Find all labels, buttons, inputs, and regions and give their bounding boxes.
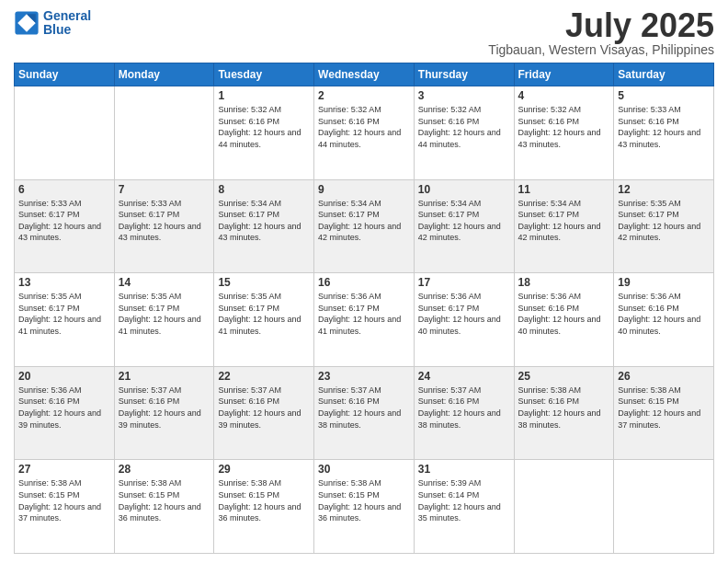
calendar-header-row: Sunday Monday Tuesday Wednesday Thursday…	[15, 63, 714, 86]
logo-icon	[14, 10, 40, 36]
calendar-cell: 31Sunrise: 5:39 AM Sunset: 6:14 PM Dayli…	[414, 460, 514, 554]
day-number: 19	[618, 276, 710, 289]
day-info: Sunrise: 5:32 AM Sunset: 6:16 PM Dayligh…	[218, 104, 310, 150]
day-number: 10	[418, 183, 510, 196]
day-number: 2	[318, 89, 410, 102]
day-number: 18	[518, 276, 610, 289]
day-info: Sunrise: 5:38 AM Sunset: 6:15 PM Dayligh…	[18, 477, 110, 523]
calendar-cell: 14Sunrise: 5:35 AM Sunset: 6:17 PM Dayli…	[114, 273, 214, 367]
day-info: Sunrise: 5:36 AM Sunset: 6:17 PM Dayligh…	[318, 291, 410, 337]
day-info: Sunrise: 5:38 AM Sunset: 6:15 PM Dayligh…	[318, 477, 410, 523]
day-number: 26	[618, 370, 710, 383]
calendar-week-4: 20Sunrise: 5:36 AM Sunset: 6:16 PM Dayli…	[15, 366, 714, 460]
day-info: Sunrise: 5:37 AM Sunset: 6:16 PM Dayligh…	[119, 385, 210, 431]
calendar-cell: 22Sunrise: 5:37 AM Sunset: 6:16 PM Dayli…	[214, 366, 314, 460]
day-info: Sunrise: 5:33 AM Sunset: 6:17 PM Dayligh…	[119, 198, 210, 244]
day-info: Sunrise: 5:32 AM Sunset: 6:16 PM Dayligh…	[318, 104, 410, 150]
day-number: 30	[318, 463, 410, 476]
calendar-cell: 28Sunrise: 5:38 AM Sunset: 6:15 PM Dayli…	[114, 460, 214, 554]
day-info: Sunrise: 5:32 AM Sunset: 6:16 PM Dayligh…	[418, 104, 510, 150]
day-info: Sunrise: 5:36 AM Sunset: 6:16 PM Dayligh…	[18, 385, 110, 431]
calendar-cell: 29Sunrise: 5:38 AM Sunset: 6:15 PM Dayli…	[214, 460, 314, 554]
calendar-cell	[614, 460, 714, 554]
calendar-cell	[514, 460, 614, 554]
header: General Blue July 2025 Tigbauan, Western…	[14, 9, 714, 57]
day-number: 11	[518, 183, 610, 196]
page: General Blue July 2025 Tigbauan, Western…	[0, 0, 728, 563]
day-info: Sunrise: 5:32 AM Sunset: 6:16 PM Dayligh…	[518, 104, 610, 150]
day-number: 3	[418, 89, 510, 102]
day-info: Sunrise: 5:36 AM Sunset: 6:16 PM Dayligh…	[518, 291, 610, 337]
calendar-cell: 8Sunrise: 5:34 AM Sunset: 6:17 PM Daylig…	[214, 179, 314, 273]
day-number: 23	[318, 370, 410, 383]
calendar-week-1: 1Sunrise: 5:32 AM Sunset: 6:16 PM Daylig…	[15, 86, 714, 180]
day-info: Sunrise: 5:34 AM Sunset: 6:17 PM Dayligh…	[318, 198, 410, 244]
day-info: Sunrise: 5:36 AM Sunset: 6:17 PM Dayligh…	[418, 291, 510, 337]
day-info: Sunrise: 5:38 AM Sunset: 6:15 PM Dayligh…	[119, 477, 210, 523]
subtitle: Tigbauan, Western Visayas, Philippines	[488, 42, 714, 57]
day-number: 20	[18, 370, 110, 383]
calendar-cell: 12Sunrise: 5:35 AM Sunset: 6:17 PM Dayli…	[614, 179, 714, 273]
col-thursday: Thursday	[414, 63, 514, 86]
calendar-cell: 18Sunrise: 5:36 AM Sunset: 6:16 PM Dayli…	[514, 273, 614, 367]
calendar-cell: 9Sunrise: 5:34 AM Sunset: 6:17 PM Daylig…	[314, 179, 415, 273]
calendar-cell: 3Sunrise: 5:32 AM Sunset: 6:16 PM Daylig…	[414, 86, 514, 180]
day-info: Sunrise: 5:35 AM Sunset: 6:17 PM Dayligh…	[119, 291, 210, 337]
calendar-cell: 6Sunrise: 5:33 AM Sunset: 6:17 PM Daylig…	[15, 179, 115, 273]
day-number: 27	[18, 463, 110, 476]
calendar-cell: 21Sunrise: 5:37 AM Sunset: 6:16 PM Dayli…	[114, 366, 214, 460]
day-number: 4	[518, 89, 610, 102]
day-info: Sunrise: 5:38 AM Sunset: 6:16 PM Dayligh…	[518, 385, 610, 431]
day-info: Sunrise: 5:34 AM Sunset: 6:17 PM Dayligh…	[418, 198, 510, 244]
day-number: 24	[418, 370, 510, 383]
col-saturday: Saturday	[614, 63, 714, 86]
calendar-cell: 1Sunrise: 5:32 AM Sunset: 6:16 PM Daylig…	[214, 86, 314, 180]
calendar-cell: 26Sunrise: 5:38 AM Sunset: 6:15 PM Dayli…	[614, 366, 714, 460]
calendar-week-3: 13Sunrise: 5:35 AM Sunset: 6:17 PM Dayli…	[15, 273, 714, 367]
calendar-cell: 2Sunrise: 5:32 AM Sunset: 6:16 PM Daylig…	[314, 86, 415, 180]
col-friday: Friday	[514, 63, 614, 86]
day-number: 8	[218, 183, 310, 196]
day-info: Sunrise: 5:38 AM Sunset: 6:15 PM Dayligh…	[218, 477, 310, 523]
calendar-cell: 27Sunrise: 5:38 AM Sunset: 6:15 PM Dayli…	[15, 460, 115, 554]
day-info: Sunrise: 5:37 AM Sunset: 6:16 PM Dayligh…	[218, 385, 310, 431]
calendar-cell: 30Sunrise: 5:38 AM Sunset: 6:15 PM Dayli…	[314, 460, 415, 554]
calendar-week-5: 27Sunrise: 5:38 AM Sunset: 6:15 PM Dayli…	[15, 460, 714, 554]
day-number: 25	[518, 370, 610, 383]
main-title: July 2025	[488, 9, 714, 42]
col-monday: Monday	[114, 63, 214, 86]
day-number: 21	[119, 370, 210, 383]
day-info: Sunrise: 5:35 AM Sunset: 6:17 PM Dayligh…	[618, 198, 710, 244]
day-number: 31	[418, 463, 510, 476]
logo-line2: Blue	[43, 22, 71, 37]
calendar-cell: 15Sunrise: 5:35 AM Sunset: 6:17 PM Dayli…	[214, 273, 314, 367]
day-number: 15	[218, 276, 310, 289]
day-info: Sunrise: 5:38 AM Sunset: 6:15 PM Dayligh…	[618, 385, 710, 431]
day-number: 1	[218, 89, 310, 102]
logo-text: General Blue	[43, 9, 91, 38]
day-info: Sunrise: 5:39 AM Sunset: 6:14 PM Dayligh…	[418, 477, 510, 523]
day-number: 16	[318, 276, 410, 289]
day-number: 29	[218, 463, 310, 476]
calendar-cell: 16Sunrise: 5:36 AM Sunset: 6:17 PM Dayli…	[314, 273, 415, 367]
calendar-week-2: 6Sunrise: 5:33 AM Sunset: 6:17 PM Daylig…	[15, 179, 714, 273]
calendar-cell: 23Sunrise: 5:37 AM Sunset: 6:16 PM Dayli…	[314, 366, 415, 460]
day-number: 9	[318, 183, 410, 196]
calendar-cell: 11Sunrise: 5:34 AM Sunset: 6:17 PM Dayli…	[514, 179, 614, 273]
calendar-cell: 25Sunrise: 5:38 AM Sunset: 6:16 PM Dayli…	[514, 366, 614, 460]
day-number: 14	[119, 276, 210, 289]
calendar-cell: 10Sunrise: 5:34 AM Sunset: 6:17 PM Dayli…	[414, 179, 514, 273]
logo-line1: General	[43, 8, 91, 23]
day-number: 12	[618, 183, 710, 196]
title-section: July 2025 Tigbauan, Western Visayas, Phi…	[488, 9, 714, 57]
day-number: 28	[119, 463, 210, 476]
calendar-cell: 19Sunrise: 5:36 AM Sunset: 6:16 PM Dayli…	[614, 273, 714, 367]
day-info: Sunrise: 5:36 AM Sunset: 6:16 PM Dayligh…	[618, 291, 710, 337]
day-number: 5	[618, 89, 710, 102]
col-sunday: Sunday	[15, 63, 115, 86]
day-info: Sunrise: 5:33 AM Sunset: 6:17 PM Dayligh…	[18, 198, 110, 244]
col-wednesday: Wednesday	[314, 63, 415, 86]
day-number: 17	[418, 276, 510, 289]
col-tuesday: Tuesday	[214, 63, 314, 86]
calendar-cell: 13Sunrise: 5:35 AM Sunset: 6:17 PM Dayli…	[15, 273, 115, 367]
